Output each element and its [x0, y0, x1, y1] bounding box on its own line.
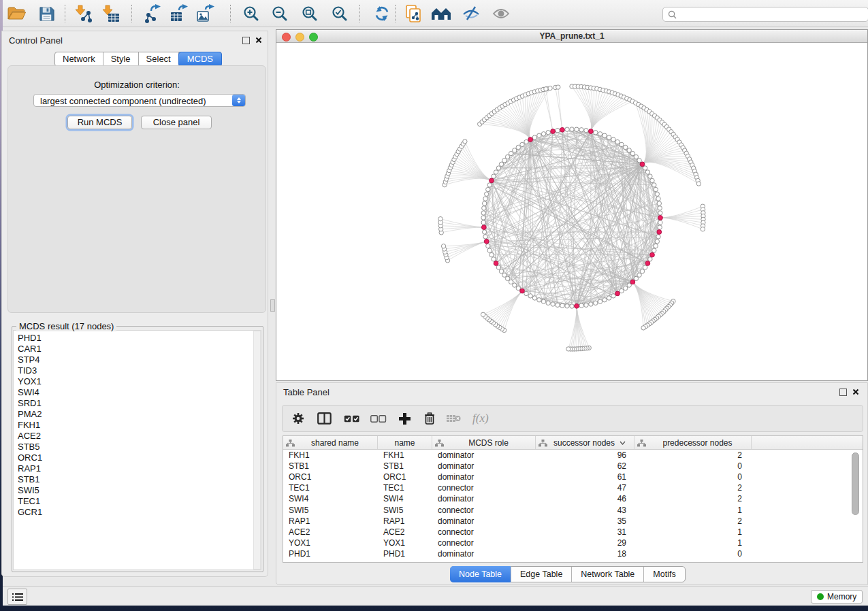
table-cell[interactable]: YOX1: [378, 538, 432, 548]
table-cell[interactable]: STB1: [378, 461, 432, 471]
table-cell[interactable]: 18: [536, 549, 634, 559]
table-cell[interactable]: 29: [536, 538, 634, 548]
table-cell[interactable]: 61: [536, 472, 634, 482]
table-cell[interactable]: TEC1: [283, 483, 378, 493]
table-cell[interactable]: RAP1: [378, 516, 432, 526]
table-cell[interactable]: YOX1: [283, 538, 378, 548]
table-cell[interactable]: 43: [536, 506, 634, 515]
table-row[interactable]: SWI5SWI5connector431: [283, 504, 863, 515]
tab-mcds[interactable]: MCDS: [178, 52, 222, 67]
table-scrollbar[interactable]: [852, 452, 859, 561]
table-cell[interactable]: 35: [536, 516, 634, 526]
table-cell[interactable]: SWI4: [283, 494, 378, 503]
table-cell[interactable]: 31: [536, 527, 634, 537]
result-item[interactable]: SWI4: [14, 387, 261, 398]
network-overview-button[interactable]: [430, 3, 452, 24]
show-graphics-details-button[interactable]: [490, 3, 512, 24]
result-item[interactable]: SWI5: [14, 485, 261, 496]
table-cell[interactable]: dominator: [432, 472, 536, 482]
add-column-button[interactable]: [398, 412, 411, 425]
table-cell[interactable]: SWI4: [378, 494, 432, 503]
table-cell[interactable]: PHD1: [283, 549, 378, 559]
result-item[interactable]: TID3: [14, 365, 261, 376]
show-panels-button[interactable]: [7, 589, 27, 605]
table-row[interactable]: RAP1RAP1dominator352: [283, 516, 863, 527]
export-image-button[interactable]: [195, 3, 216, 24]
hide-graphics-details-button[interactable]: [460, 3, 482, 24]
table-cell[interactable]: 2: [634, 483, 752, 493]
table-row[interactable]: PHD1PHD1dominator180: [283, 548, 863, 559]
apply-function-button[interactable]: f(x): [472, 412, 489, 425]
table-cell[interactable]: 1: [634, 527, 752, 537]
refresh-view-button[interactable]: [371, 3, 393, 24]
table-cell[interactable]: FKH1: [283, 450, 378, 460]
table-cell[interactable]: dominator: [432, 549, 536, 559]
table-cell[interactable]: connector: [432, 506, 536, 515]
open-file-button[interactable]: [5, 3, 27, 24]
table-cell[interactable]: 0: [634, 461, 752, 471]
table-row[interactable]: YOX1YOX1connector291: [283, 538, 863, 548]
column-header-MCDS-role[interactable]: MCDS role: [432, 436, 536, 449]
table-cell[interactable]: dominator: [432, 461, 536, 471]
result-item[interactable]: ACE2: [14, 431, 261, 442]
save-session-button[interactable]: [35, 3, 57, 24]
show-column-button[interactable]: [317, 412, 332, 425]
result-item[interactable]: GCR1: [14, 507, 261, 518]
result-item[interactable]: SRD1: [14, 398, 261, 409]
settings-gear-button[interactable]: [292, 412, 304, 425]
column-header-name[interactable]: name: [378, 436, 432, 449]
table-cell[interactable]: 1: [634, 538, 752, 548]
table-cell[interactable]: SWI5: [378, 506, 432, 515]
network-canvas[interactable]: [276, 43, 867, 380]
search-box[interactable]: [662, 7, 868, 22]
table-cell[interactable]: PHD1: [378, 549, 432, 559]
table-row[interactable]: STB1STB1dominator620: [283, 461, 863, 472]
table-cell[interactable]: dominator: [432, 516, 536, 526]
table-cell[interactable]: 2: [634, 516, 752, 526]
splitter-grip[interactable]: [270, 299, 275, 312]
tab-network-table[interactable]: Network Table: [572, 567, 644, 582]
table-cell[interactable]: 46: [536, 494, 634, 503]
table-cell[interactable]: ORC1: [378, 472, 432, 482]
table-row[interactable]: TEC1TEC1connector472: [283, 482, 863, 493]
zoom-fit-button[interactable]: [299, 3, 321, 24]
table-cell[interactable]: SWI5: [283, 506, 378, 515]
tab-edge-table[interactable]: Edge Table: [511, 567, 572, 582]
result-item[interactable]: TEC1: [14, 496, 261, 507]
result-item[interactable]: PHD1: [14, 333, 261, 344]
table-scrollbar-thumb[interactable]: [852, 452, 859, 515]
table-cell[interactable]: TEC1: [378, 483, 432, 493]
table-cell[interactable]: dominator: [432, 494, 536, 503]
table-cell[interactable]: 1: [634, 506, 752, 515]
close-table-panel-icon[interactable]: [852, 389, 859, 395]
table-cell[interactable]: FKH1: [378, 450, 432, 460]
result-item[interactable]: STB1: [14, 474, 261, 485]
import-network-button[interactable]: [72, 3, 94, 24]
delete-table-button[interactable]: [446, 414, 461, 423]
run-mcds-button[interactable]: Run MCDS: [67, 116, 132, 129]
table-cell[interactable]: 2: [634, 450, 752, 460]
float-table-panel-icon[interactable]: [839, 389, 847, 396]
table-cell[interactable]: connector: [432, 483, 536, 493]
float-panel-icon[interactable]: [242, 37, 250, 44]
column-header-successor-nodes[interactable]: successor nodes: [536, 436, 634, 449]
table-row[interactable]: ORC1ORC1dominator610: [283, 472, 863, 482]
result-item[interactable]: CAR1: [14, 344, 261, 354]
result-item[interactable]: FKH1: [14, 420, 261, 431]
table-cell[interactable]: 0: [634, 549, 752, 559]
table-cell[interactable]: STB1: [283, 461, 378, 471]
table-cell[interactable]: 2: [634, 494, 752, 503]
table-cell[interactable]: connector: [432, 538, 536, 548]
tab-motifs[interactable]: Motifs: [644, 567, 684, 582]
memory-button[interactable]: Memory: [811, 590, 863, 604]
zoom-out-button[interactable]: [269, 3, 291, 24]
result-item[interactable]: YOX1: [14, 376, 261, 387]
export-table-button[interactable]: [168, 3, 190, 24]
tab-network[interactable]: Network: [55, 52, 103, 66]
table-cell[interactable]: ACE2: [378, 527, 432, 537]
clone-network-button[interactable]: [403, 3, 425, 24]
close-panel-icon[interactable]: [255, 37, 262, 44]
tab-node-table[interactable]: Node Table: [450, 566, 511, 582]
table-cell[interactable]: 96: [536, 450, 634, 460]
table-cell[interactable]: 47: [536, 483, 634, 493]
